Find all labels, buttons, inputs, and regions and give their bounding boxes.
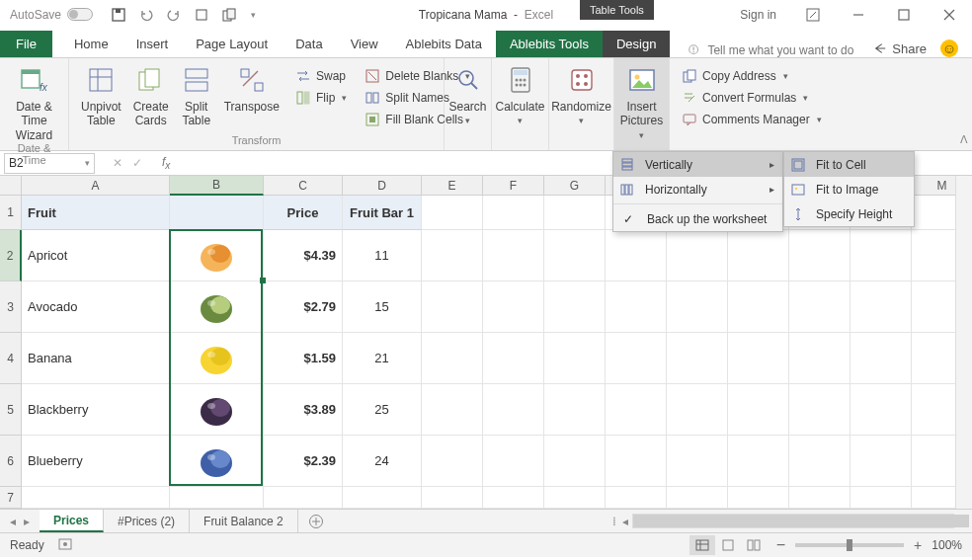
tab-view[interactable]: View	[337, 31, 392, 57]
cell[interactable]	[606, 436, 667, 487]
tab-home[interactable]: Home	[60, 31, 122, 57]
qat-dropdown-icon[interactable]: ▾	[249, 7, 257, 23]
cell[interactable]	[343, 509, 422, 510]
cell[interactable]	[789, 509, 850, 510]
cell[interactable]	[170, 487, 264, 509]
convert-formulas-button[interactable]: Convert Formulas▾	[678, 88, 808, 108]
cell[interactable]	[606, 384, 667, 436]
cell[interactable]: $4.39	[264, 230, 343, 281]
zoom-out-icon[interactable]: −	[776, 536, 785, 554]
unpivot-table-button[interactable]: Unpivot Table	[77, 62, 125, 133]
cell[interactable]	[606, 230, 667, 281]
calculate-button[interactable]: Calculate▾	[500, 62, 540, 126]
tell-me-search[interactable]: Tell me what you want to do	[688, 43, 853, 57]
row-header[interactable]: 3	[0, 281, 22, 333]
cell[interactable]	[483, 487, 544, 509]
horizontal-scrollbar[interactable]: ⁞◂ ▸	[607, 510, 972, 532]
cell[interactable]	[544, 230, 606, 281]
cell[interactable]	[544, 196, 606, 230]
tab-file[interactable]: File	[0, 31, 52, 57]
sheet-nav[interactable]: ◂▸	[0, 510, 40, 532]
cell[interactable]	[728, 487, 789, 509]
tab-page-layout[interactable]: Page Layout	[182, 31, 282, 57]
cell[interactable]	[170, 230, 264, 281]
cell[interactable]	[22, 487, 170, 509]
cell[interactable]	[422, 333, 483, 384]
macro-record-icon[interactable]	[58, 537, 74, 554]
cell[interactable]: Price	[264, 196, 343, 230]
zoom-level[interactable]: 100%	[932, 538, 962, 552]
cell[interactable]	[422, 281, 483, 333]
cell[interactable]: 24	[343, 436, 422, 487]
sheet-tab-prices-2[interactable]: #Prices (2)	[104, 510, 190, 532]
redo-icon[interactable]	[166, 7, 182, 23]
randomize-button[interactable]: Randomize▾	[557, 62, 606, 126]
menu-item-horizontally[interactable]: Horizontally ▸	[613, 177, 782, 201]
cell[interactable]	[544, 509, 606, 510]
row-header[interactable]: 4	[0, 333, 22, 384]
sheet-tab-fruit-balance-2[interactable]: Fruit Balance 2	[190, 510, 298, 532]
menu-item-backup[interactable]: ✓ Back up the worksheet	[613, 206, 782, 231]
submenu-fit-to-image[interactable]: Fit to Image	[784, 177, 914, 201]
new-sheet-button[interactable]	[298, 510, 334, 532]
flip-button[interactable]: Flip▾	[291, 88, 351, 108]
cell[interactable]	[170, 436, 264, 487]
cell[interactable]	[850, 281, 912, 333]
cell[interactable]	[850, 487, 912, 509]
cell[interactable]	[170, 281, 264, 333]
menu-item-vertically[interactable]: Vertically ▸	[613, 152, 782, 177]
cell[interactable]	[422, 487, 483, 509]
cell[interactable]	[667, 384, 728, 436]
feedback-smiley-icon[interactable]	[940, 40, 958, 57]
sign-in-link[interactable]: Sign in	[726, 8, 790, 22]
select-all-corner[interactable]	[0, 176, 22, 196]
cell[interactable]	[544, 384, 606, 436]
row-header[interactable]: 2	[0, 230, 22, 281]
column-header[interactable]: A	[22, 176, 170, 196]
cell[interactable]	[483, 196, 544, 230]
row-header[interactable]: 8	[0, 509, 22, 510]
cell[interactable]: 25	[343, 384, 422, 436]
cell[interactable]	[728, 230, 789, 281]
cell[interactable]	[667, 436, 728, 487]
zoom-in-icon[interactable]: +	[914, 537, 922, 553]
cell[interactable]	[606, 509, 667, 510]
cell[interactable]	[789, 281, 850, 333]
comments-manager-button[interactable]: Comments Manager▾	[678, 110, 808, 129]
qat-icon-4[interactable]	[194, 7, 209, 23]
cell[interactable]	[728, 436, 789, 487]
column-header[interactable]: E	[422, 176, 483, 196]
cell[interactable]: 21	[343, 333, 422, 384]
split-table-button[interactable]: Split Table	[177, 62, 216, 133]
transpose-button[interactable]: Transpose	[220, 62, 284, 133]
submenu-specify-height[interactable]: Specify Height	[784, 201, 914, 226]
cell[interactable]	[606, 281, 667, 333]
cell[interactable]	[422, 196, 483, 230]
cell[interactable]	[850, 509, 912, 510]
cell[interactable]	[483, 384, 544, 436]
column-header[interactable]: G	[544, 176, 606, 196]
cell[interactable]	[606, 487, 667, 509]
insert-pictures-button[interactable]: Insert Pictures▾	[622, 62, 661, 141]
cell[interactable]: Fruit Bar 1	[343, 196, 422, 230]
search-button[interactable]: Search▾	[452, 62, 483, 126]
cell[interactable]	[789, 333, 850, 384]
cell[interactable]	[483, 230, 544, 281]
cell[interactable]: $2.79	[264, 281, 343, 333]
cell[interactable]	[850, 436, 912, 487]
cell[interactable]	[483, 509, 544, 510]
cell[interactable]: Banana	[22, 333, 170, 384]
cell[interactable]	[728, 509, 789, 510]
cell[interactable]: $2.39	[264, 436, 343, 487]
cell[interactable]	[850, 333, 912, 384]
zoom-slider[interactable]	[795, 543, 904, 547]
save-icon[interactable]	[111, 7, 126, 23]
column-header[interactable]: C	[264, 176, 343, 196]
cell[interactable]	[667, 333, 728, 384]
cell[interactable]	[667, 281, 728, 333]
share-button[interactable]: Share	[873, 41, 927, 56]
cell[interactable]: Fruit	[22, 196, 170, 230]
cell[interactable]	[22, 509, 170, 510]
name-box-dropdown-icon[interactable]: ▾	[85, 158, 90, 168]
tab-ablebits-tools[interactable]: Ablebits Tools	[496, 31, 603, 57]
